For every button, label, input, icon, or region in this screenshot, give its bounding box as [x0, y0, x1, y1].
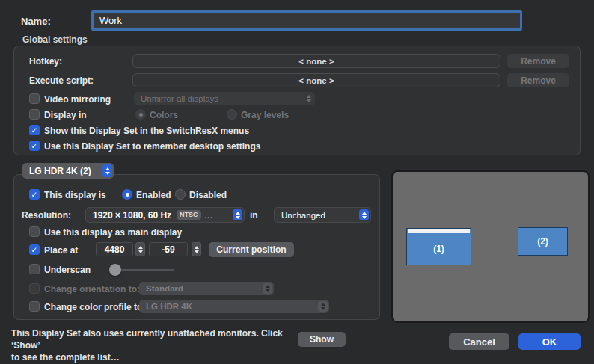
display-selector-value: LG HDR 4K (2): [29, 166, 91, 176]
this-display-checkbox[interactable]: ✓: [29, 189, 40, 200]
hotkey-value: < none >: [298, 57, 334, 66]
this-display-label: This display is: [44, 190, 106, 200]
resolution-badge: NTSC: [177, 210, 201, 220]
color-profile-checkbox[interactable]: [29, 301, 40, 312]
menubar-strip: [408, 229, 470, 233]
color-profile-value: LG HDR 4K: [146, 302, 192, 311]
place-y-stepper[interactable]: [192, 242, 201, 256]
hotkey-remove-button[interactable]: Remove: [507, 54, 569, 68]
colors-radio[interactable]: [135, 109, 146, 120]
display-arrangement-panel: (1) (2): [391, 170, 590, 323]
resolution-select[interactable]: 1920 × 1080, 60 Hz NTSC …: [85, 207, 245, 223]
hotkey-label: Hotkey:: [29, 56, 62, 67]
global-settings-groupbox: Hotkey: < none > Remove Execute script: …: [13, 46, 581, 155]
remember-desktop-label: Use this Display Set to remember desktop…: [44, 141, 260, 152]
display-2-label: (2): [537, 236, 548, 247]
gray-levels-radio[interactable]: [227, 109, 237, 120]
current-position-button[interactable]: Current position: [209, 242, 294, 257]
chevron-updown-icon: [263, 283, 272, 294]
enabled-label: Enabled: [136, 190, 171, 200]
display-in-checkbox[interactable]: [29, 109, 40, 120]
video-mirroring-label: Video mirroring: [44, 94, 111, 105]
color-profile-label: Change color profile to:: [44, 302, 145, 312]
place-at-checkbox[interactable]: ✓: [29, 244, 40, 255]
chevron-updown-icon: [359, 209, 369, 220]
display-2-rect[interactable]: (2): [518, 227, 568, 256]
execute-script-label: Execute script:: [29, 75, 94, 86]
video-mirroring-select[interactable]: Unmirror all displays: [134, 92, 315, 105]
resolution-value: 1920 × 1080, 60 Hz: [93, 210, 171, 220]
resolution-label: Resolution:: [22, 210, 71, 220]
show-in-menus-label: Show this Display Set in the SwitchResX …: [44, 126, 249, 136]
footer-note-line1: This Display Set also uses currently una…: [11, 328, 283, 351]
enabled-radio[interactable]: [122, 189, 132, 200]
color-profile-select[interactable]: LG HDR 4K: [139, 300, 329, 313]
place-x-field[interactable]: [96, 242, 133, 256]
resolution-ellipsis: …: [204, 210, 213, 220]
display-1-label: (1): [433, 244, 444, 254]
display-in-label: Display in: [44, 110, 87, 120]
remember-desktop-checkbox[interactable]: ✓: [29, 141, 40, 151]
execute-script-field[interactable]: < none >: [132, 73, 500, 87]
video-mirroring-value: Unmirror all displays: [141, 94, 218, 103]
place-at-label: Place at: [44, 245, 78, 256]
place-y-field[interactable]: [149, 242, 188, 256]
orientation-select[interactable]: Standard: [139, 282, 274, 295]
underscan-checkbox[interactable]: [29, 264, 40, 274]
scale-select[interactable]: Unchanged: [274, 207, 371, 223]
display-1-rect[interactable]: (1): [406, 228, 471, 265]
orientation-checkbox[interactable]: [29, 283, 40, 294]
colors-label: Colors: [150, 110, 178, 120]
video-mirroring-checkbox[interactable]: [29, 93, 40, 104]
orientation-value: Standard: [146, 284, 183, 293]
chevron-updown-icon: [233, 209, 242, 220]
in-label: in: [250, 210, 258, 220]
execute-script-value: < none >: [298, 76, 334, 85]
cancel-button[interactable]: Cancel: [449, 333, 509, 350]
underscan-slider[interactable]: [111, 269, 174, 271]
name-input[interactable]: [91, 10, 522, 31]
display-selector[interactable]: LG HDR 4K (2): [22, 163, 114, 179]
place-x-stepper[interactable]: [135, 242, 145, 256]
orientation-label: Change orientation to:: [44, 284, 140, 294]
display-settings-groupbox: ✓ This display is Enabled Disabled Resol…: [13, 174, 380, 320]
name-label: Name:: [21, 16, 51, 27]
chevron-updown-icon: [318, 301, 328, 312]
disabled-radio[interactable]: [175, 189, 186, 200]
underscan-label: Underscan: [44, 265, 91, 275]
show-in-menus-checkbox[interactable]: ✓: [29, 125, 40, 135]
ok-button[interactable]: OK: [518, 333, 581, 350]
show-button[interactable]: Show: [298, 332, 346, 347]
underscan-slider-thumb[interactable]: [109, 264, 121, 276]
global-settings-title: Global settings: [22, 34, 88, 45]
execute-script-remove-button[interactable]: Remove: [507, 73, 569, 87]
disabled-label: Disabled: [189, 190, 227, 200]
gray-levels-label: Gray levels: [241, 110, 289, 120]
footer-note-line2: to see the complete list…: [11, 352, 120, 363]
main-display-checkbox[interactable]: [29, 226, 40, 237]
footer-note: This Display Set also uses currently una…: [11, 327, 303, 363]
scale-value: Unchanged: [281, 211, 325, 220]
hotkey-field[interactable]: < none >: [132, 54, 500, 68]
main-display-label: Use this display as main display: [44, 227, 182, 238]
chevron-updown-icon: [304, 93, 313, 104]
chevron-updown-icon: [102, 164, 112, 177]
